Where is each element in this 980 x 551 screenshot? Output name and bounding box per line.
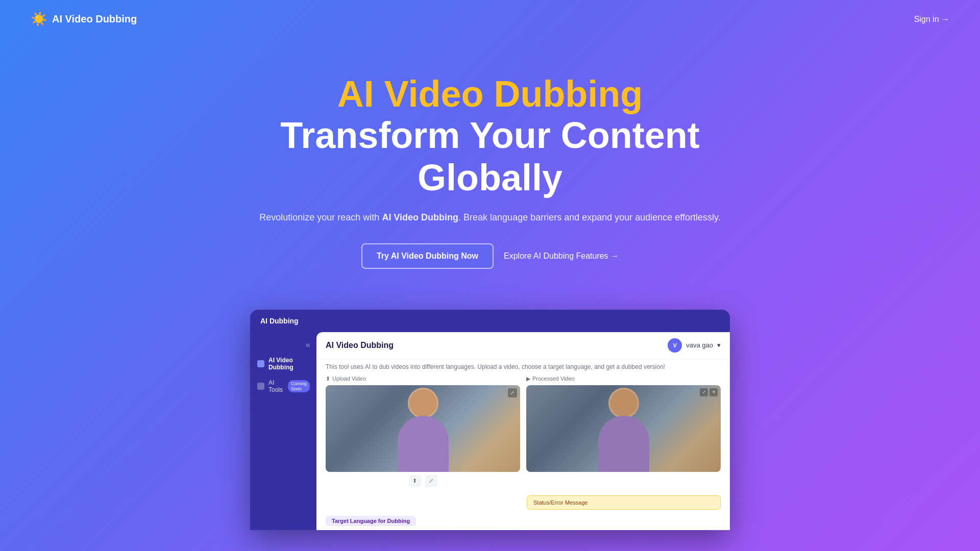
app-main-panel: AI Video Dubbing V vava gao ▾ This tool … bbox=[316, 332, 730, 530]
sun-icon: ☀️ bbox=[31, 11, 47, 27]
expand-icon[interactable]: ⤢ bbox=[508, 388, 517, 397]
corner-icon-1[interactable]: ⤢ bbox=[700, 388, 708, 396]
target-language-row: Target Language for Dubbing bbox=[316, 516, 730, 530]
sidebar-item-label-tools: AI Tools bbox=[268, 379, 283, 393]
upload-icon: ⬆ bbox=[326, 375, 330, 382]
preview-wrapper: AI Dubbing « AI Video Dubbing AI Tools C… bbox=[0, 310, 980, 530]
hero-title-yellow: AI Video Dubbing bbox=[10, 74, 970, 114]
sidebar-header: AI Dubbing bbox=[250, 310, 730, 332]
app-description: This tool uses AI to dub videos into dif… bbox=[316, 359, 730, 375]
share-action-btn[interactable]: ⤢ bbox=[425, 475, 437, 487]
processed-video-thumb[interactable]: ⤢ ✕ bbox=[526, 385, 721, 472]
logo-text: AI Video Dubbing bbox=[52, 13, 137, 25]
hero-title-white-1: Transform Your Content bbox=[10, 114, 970, 157]
sidebar-item-tools[interactable]: AI Tools Coming Soon bbox=[250, 375, 316, 397]
upload-video-label: ⬆ Upload Video bbox=[326, 375, 520, 382]
hero-section: AI Video Dubbing Transform Your Content … bbox=[0, 38, 980, 294]
collapse-icon[interactable]: « bbox=[250, 337, 316, 353]
hero-title-white-2: Globally bbox=[10, 157, 970, 199]
hero-brand-text: AI Video Dubbing bbox=[382, 212, 458, 222]
corner-icon-2[interactable]: ✕ bbox=[709, 388, 718, 396]
try-now-button[interactable]: Try AI Video Dubbing Now bbox=[361, 243, 494, 269]
hero-subtitle: Revolutionize your reach with AI Video D… bbox=[10, 210, 970, 225]
upload-video-actions: ⬆ ⤢ bbox=[326, 472, 520, 490]
processed-icon: ▶ bbox=[526, 375, 530, 382]
processed-video-panel: ▶ Processed Video ⤢ ✕ bbox=[526, 375, 721, 490]
explore-features-button[interactable]: Explore AI Dubbing Features → bbox=[504, 252, 619, 261]
upload-video-thumb[interactable]: ⤢ bbox=[326, 385, 520, 472]
user-avatar: V bbox=[668, 338, 682, 353]
chevron-down-icon: ▾ bbox=[717, 341, 721, 349]
status-area: Status/Error Message bbox=[316, 495, 730, 516]
target-language-label[interactable]: Target Language for Dubbing bbox=[326, 516, 416, 526]
video-panels: ⬆ Upload Video ⤢ ⬆ bbox=[316, 375, 730, 495]
user-name: vava gao bbox=[686, 341, 713, 349]
processed-video-label: ▶ Processed Video bbox=[526, 375, 721, 382]
processed-corner-icons: ⤢ ✕ bbox=[700, 388, 718, 396]
app-main-title: AI Video Dubbing bbox=[326, 341, 394, 350]
sidebar-item-dubbing[interactable]: AI Video Dubbing bbox=[250, 353, 316, 375]
status-message-box: Status/Error Message bbox=[527, 495, 721, 510]
logo: ☀️ AI Video Dubbing bbox=[31, 11, 137, 27]
hero-buttons: Try AI Video Dubbing Now Explore AI Dubb… bbox=[10, 243, 970, 269]
user-pill[interactable]: V vava gao ▾ bbox=[668, 338, 721, 353]
coming-soon-badge: Coming Soon bbox=[288, 380, 310, 392]
nav-dot-tools bbox=[257, 383, 264, 390]
sidebar-item-label-dubbing: AI Video Dubbing bbox=[268, 357, 309, 371]
nav-dot-dubbing bbox=[257, 360, 264, 367]
app-topbar: AI Video Dubbing V vava gao ▾ bbox=[316, 332, 730, 359]
signin-button[interactable]: Sign in → bbox=[914, 15, 949, 24]
app-preview: AI Dubbing « AI Video Dubbing AI Tools C… bbox=[250, 310, 730, 530]
upload-video-panel: ⬆ Upload Video ⤢ ⬆ bbox=[326, 375, 520, 490]
app-sidebar: « AI Video Dubbing AI Tools Coming Soon bbox=[250, 332, 316, 530]
preview-inner: « AI Video Dubbing AI Tools Coming Soon … bbox=[250, 332, 730, 530]
upload-action-btn[interactable]: ⬆ bbox=[409, 475, 421, 487]
navbar: ☀️ AI Video Dubbing Sign in → bbox=[0, 0, 980, 38]
